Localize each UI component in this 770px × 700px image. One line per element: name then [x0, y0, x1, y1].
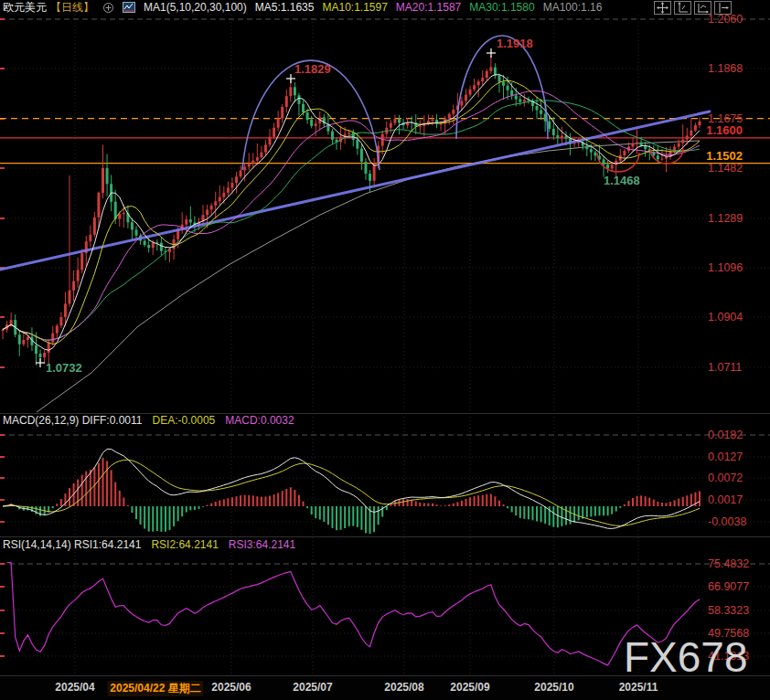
- level-lines-group: [0, 119, 770, 164]
- ma-lines-group: [3, 75, 700, 351]
- annotation-label: 1.1468: [604, 174, 640, 187]
- date-tick-label: 2025/10: [534, 681, 573, 694]
- date-tick-label: 2025/04: [55, 681, 94, 694]
- axis-scale-right-icon[interactable]: [694, 1, 711, 15]
- macd-group: [3, 449, 700, 534]
- macd-header: MACD(26,12,9) DIFF:0.0011 DEA:-0.0005 MA…: [3, 414, 294, 427]
- axis-labels-group: 1.20601.18681.16751.14821.12891.10961.09…: [706, 13, 749, 663]
- pan-right-icon[interactable]: [714, 1, 732, 15]
- axis-tick-label: 0.0017: [708, 493, 743, 506]
- rsi-header: RSI(14,14,14) RSI1:64.2141 RSI2:64.2141 …: [3, 538, 295, 551]
- date-tick-label: 2025/06: [211, 681, 251, 694]
- annotations-group: 1.18291.19181.14681.0732: [36, 36, 683, 375]
- ma5-readout: MA5:1.1635: [255, 1, 315, 14]
- axis-tick-label: 75.4832: [708, 557, 749, 570]
- indicator-icon[interactable]: [123, 2, 135, 13]
- rsi1-readout: RSI(14,14,14) RSI1:64.2141: [3, 538, 141, 551]
- axis-tick-label: 66.9077: [708, 580, 749, 593]
- annotation-label: 1.1829: [294, 62, 331, 76]
- symbol-title: 欧元美元: [3, 0, 47, 16]
- ma-settings-label: MA1(5,10,20,30,100): [144, 1, 247, 14]
- ma30-readout: MA30:1.1580: [469, 1, 534, 14]
- annotation-label: 1.0732: [46, 361, 82, 375]
- macd-macd-readout: MACD:0.0032: [225, 414, 294, 427]
- settings-icon[interactable]: [102, 2, 114, 14]
- axis-tick-label: 1.0904: [708, 311, 743, 323]
- macd-diff-readout: MACD(26,12,9) DIFF:0.0011: [3, 414, 143, 427]
- candles-group: [2, 56, 701, 366]
- axis-tick-label: 58.3323: [708, 604, 749, 617]
- watermark: FX678: [624, 632, 748, 682]
- timeframe-label: 【日线】: [50, 0, 94, 16]
- axis-tick-label: 1.1096: [708, 261, 743, 274]
- ma10-readout: MA10:1.1597: [322, 1, 387, 14]
- axis-tick-label: 1.1868: [708, 62, 743, 75]
- axis-scale-left-icon[interactable]: [674, 1, 691, 15]
- time-axis: 2025/042025/04/22 星期二2025/062025/072025/…: [0, 675, 770, 700]
- ma100-readout: MA100:1.16: [543, 1, 603, 14]
- level-price-label: 1.1502: [706, 149, 743, 163]
- trading-terminal: 1.18291.19181.14681.07321.20601.18681.16…: [0, 0, 770, 700]
- price-chart-svg[interactable]: 1.18291.19181.14681.07321.20601.18681.16…: [0, 0, 770, 700]
- ma100-line: [37, 141, 700, 412]
- date-tick-label: 2025/11: [619, 681, 658, 694]
- cursor-date-label: 2025/04/22 星期二: [107, 681, 203, 696]
- grid-group: [0, 15, 770, 674]
- axis-tick-label: 1.2060: [708, 13, 743, 26]
- date-tick-label: 2025/07: [293, 681, 332, 694]
- rsi2-readout: RSI2:64.2141: [151, 538, 218, 551]
- move-icon[interactable]: [654, 1, 671, 15]
- rsi-group: [7, 563, 700, 665]
- trendline: [0, 111, 710, 270]
- axis-tick-label: -0.0038: [708, 515, 746, 528]
- axis-tick-label: 0.0072: [708, 472, 743, 484]
- rsi3-readout: RSI3:64.2141: [229, 538, 295, 551]
- date-tick-label: 2025/09: [450, 681, 489, 694]
- date-tick-label: 2025/08: [384, 681, 423, 694]
- macd-dea-readout: DEA:-0.0005: [153, 414, 216, 427]
- ma20-readout: MA20:1.1587: [396, 1, 461, 14]
- level-price-label: 1.1600: [706, 123, 743, 137]
- axis-tick-label: 0.0127: [708, 451, 743, 463]
- axis-tick-label: 0.0182: [708, 429, 743, 441]
- axis-tick-label: 1.1482: [708, 162, 743, 175]
- annotation-label: 1.1918: [497, 37, 533, 50]
- axis-tick-label: 1.0711: [708, 361, 742, 374]
- chart-toolbar: [654, 1, 732, 15]
- axis-tick-label: 1.1289: [708, 212, 743, 225]
